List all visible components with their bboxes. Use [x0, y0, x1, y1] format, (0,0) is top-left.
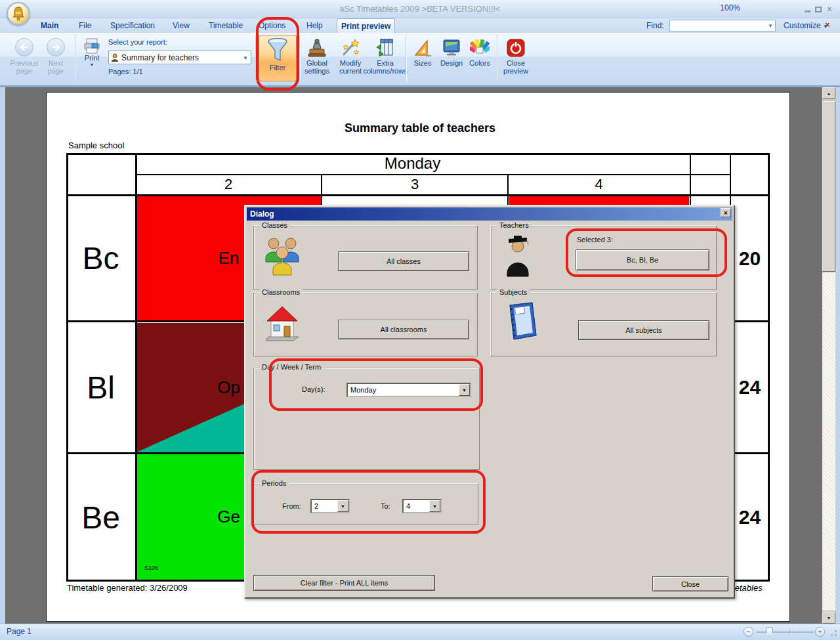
tab-main[interactable]: Main: [37, 18, 62, 33]
report-select[interactable]: Summary for teachers ▼: [108, 51, 251, 64]
scroll-up-button[interactable]: ▲: [822, 87, 835, 99]
teacher-graduate-icon: [503, 234, 532, 278]
printer-icon: [83, 38, 100, 54]
arrow-down-icon: ▼: [827, 616, 831, 620]
total-hours: 24: [730, 322, 770, 453]
period-header-4: 4: [508, 176, 690, 193]
zoom-in-button[interactable]: +: [815, 627, 825, 637]
day-header: Monday: [135, 154, 690, 173]
next-page-button[interactable]: Next page: [41, 38, 71, 75]
find-input[interactable]: ▼: [669, 20, 776, 32]
all-subjects-button[interactable]: All subjects: [578, 320, 709, 340]
report-person-icon: [111, 53, 119, 62]
subjects-group-label: Subjects: [497, 288, 530, 296]
app-logo-button[interactable]: aSc: [7, 2, 30, 26]
annotation-ring-options-filter: [256, 17, 299, 91]
tab-specification[interactable]: Specification: [106, 18, 159, 33]
set-square-icon: [413, 38, 432, 58]
previous-page-button[interactable]: Previous page: [9, 38, 39, 75]
tab-file[interactable]: File: [75, 18, 95, 33]
dialog-close-action-button[interactable]: Close: [652, 576, 728, 591]
ribbon: Previous page Next page Print ▼ Select y…: [0, 33, 840, 87]
sizes-button[interactable]: Sizes: [408, 38, 437, 67]
school-name: Sample school: [68, 140, 124, 150]
subjects-group: Subjects All subjects: [491, 293, 717, 356]
scroll-down-button[interactable]: ▼: [822, 612, 835, 624]
magic-wand-icon: [341, 38, 360, 58]
vertical-scrollbar[interactable]: ▲ ▼: [822, 87, 835, 624]
resize-grip[interactable]: [835, 634, 837, 636]
extra-columns-rows-button[interactable]: Extra columns/rows: [366, 38, 404, 75]
zoom-percent-label: 100%: [714, 3, 740, 12]
teacher-label: Bl: [66, 322, 135, 453]
find-label: Find:: [646, 18, 664, 33]
design-button[interactable]: Design: [437, 38, 466, 67]
all-classrooms-button[interactable]: All classrooms: [338, 320, 469, 339]
minimize-button[interactable]: [805, 0, 814, 18]
chevron-down-icon: ▼: [243, 55, 248, 61]
classroom-house-icon: [264, 301, 303, 343]
color-fan-icon: [470, 38, 490, 58]
zoom-out-button[interactable]: −: [744, 627, 753, 637]
chevron-down-icon: ▼: [90, 62, 94, 67]
close-findbar-icon[interactable]: ×: [825, 20, 830, 30]
global-settings-button[interactable]: Global settings: [301, 38, 333, 75]
report-title: Summary table of teachers: [276, 121, 564, 135]
ribbon-separator: [299, 35, 300, 81]
modify-current-button[interactable]: Modify current: [334, 38, 367, 75]
maximize-icon: [815, 7, 822, 12]
annotation-ring-days: [269, 358, 483, 411]
total-hours: 24: [730, 453, 770, 582]
resize-grip: [835, 630, 837, 632]
total-hours: 20: [730, 195, 770, 322]
arrow-right-icon: [47, 38, 65, 56]
customize-button[interactable]: Customize ▼: [784, 18, 828, 34]
chevron-down-icon: ▼: [768, 23, 773, 29]
teacher-label: Bc: [66, 195, 135, 322]
tab-view[interactable]: View: [169, 18, 194, 33]
print-button[interactable]: Print ▼: [77, 38, 106, 67]
classrooms-group: Classrooms All classrooms: [253, 293, 478, 356]
maximize-button[interactable]: [815, 0, 824, 18]
classes-group: Classes All classes: [253, 226, 478, 289]
bell-icon: aSc: [11, 6, 26, 22]
zoom-slider-tick: [789, 629, 790, 635]
close-icon: ×: [724, 209, 728, 217]
clear-filter-button[interactable]: Clear filter - Print ALL items: [253, 575, 435, 591]
arrow-up-icon: ▲: [827, 91, 831, 96]
tab-print-preview[interactable]: Print preview: [337, 18, 395, 33]
scrollbar-thumb[interactable]: [822, 101, 835, 272]
colors-button[interactable]: Colors: [465, 38, 495, 67]
monitor-icon: [442, 38, 461, 58]
dialog-close-button[interactable]: ×: [721, 208, 731, 217]
table-columns-icon: [375, 38, 395, 58]
status-page-label: Page 1: [7, 627, 32, 636]
tab-timetable[interactable]: Timetable: [205, 18, 247, 33]
close-preview-button[interactable]: Close preview: [499, 38, 533, 75]
dialog-title-bar[interactable]: Dialog: [247, 207, 732, 221]
ribbon-separator: [497, 35, 497, 81]
teacher-label: Be: [66, 453, 135, 582]
status-bar: Page 1: [0, 624, 840, 640]
svg-text:aSc: aSc: [16, 11, 22, 14]
scrollbar-track[interactable]: [822, 272, 835, 610]
teachers-group-label: Teachers: [497, 221, 532, 229]
generated-label: Timetable generated: 3/26/2009: [67, 583, 188, 593]
annotation-ring-periods: [251, 470, 486, 534]
zoom-slider-track[interactable]: [757, 631, 814, 633]
close-button[interactable]: ×: [824, 5, 835, 14]
report-select-label: Select your report:: [108, 38, 167, 46]
minimize-icon: [805, 11, 810, 12]
arrow-left-icon: [15, 38, 33, 56]
subjects-notebook-icon: [503, 301, 537, 343]
period-header-2: 2: [135, 176, 322, 193]
pages-label: Pages: 1/1: [108, 68, 143, 75]
tab-help[interactable]: Help: [303, 18, 327, 33]
annotation-ring-selected-teachers: [566, 228, 727, 277]
all-classes-button[interactable]: All classes: [338, 251, 469, 271]
classrooms-group-label: Classrooms: [259, 288, 303, 296]
classes-people-icon: [263, 236, 300, 276]
period-header-3: 3: [322, 176, 508, 193]
classes-group-label: Classes: [259, 221, 290, 229]
ribbon-tab-row: Main File Specification View Timetable O…: [0, 18, 840, 33]
